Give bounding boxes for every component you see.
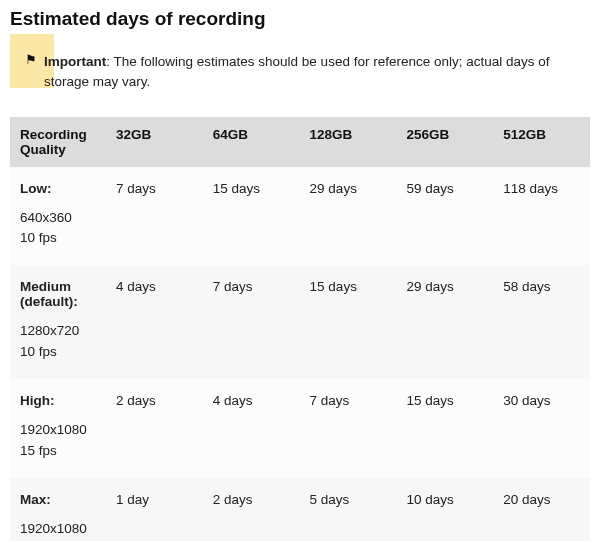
flag-icon: ⚑ — [25, 53, 37, 66]
cell-value: 7 days — [203, 265, 300, 379]
cell-value: 5 days — [300, 478, 397, 541]
quality-name: High: — [20, 393, 98, 408]
col-header-512gb: 512GB — [493, 117, 590, 167]
cell-value: 58 days — [493, 265, 590, 379]
cell-value: 2 days — [203, 478, 300, 541]
cell-value: 29 days — [300, 167, 397, 266]
quality-name: Low: — [20, 181, 98, 196]
col-header-64gb: 64GB — [203, 117, 300, 167]
cell-value: 15 days — [300, 265, 397, 379]
cell-value: 15 days — [203, 167, 300, 266]
cell-value: 118 days — [493, 167, 590, 266]
quality-res: 1920x1080 — [20, 420, 98, 441]
quality-name: Medium (default): — [20, 279, 98, 309]
col-header-32gb: 32GB — [106, 117, 203, 167]
col-header-quality: Recording Quality — [10, 117, 106, 167]
quality-fps: 10 fps — [20, 342, 98, 363]
cell-value: 30 days — [493, 379, 590, 478]
cell-value: 7 days — [300, 379, 397, 478]
table-header-row: Recording Quality 32GB 64GB 128GB 256GB … — [10, 117, 590, 167]
cell-value: 7 days — [106, 167, 203, 266]
callout-body: : The following estimates should be used… — [44, 54, 550, 89]
cell-value: 4 days — [203, 379, 300, 478]
cell-value: 10 days — [396, 478, 493, 541]
cell-value: 20 days — [493, 478, 590, 541]
cell-value: 1 day — [106, 478, 203, 541]
cell-value: 2 days — [106, 379, 203, 478]
quality-res: 1280x720 — [20, 321, 98, 342]
callout-label: Important — [44, 54, 106, 69]
recording-estimates-table: Recording Quality 32GB 64GB 128GB 256GB … — [10, 117, 590, 542]
table-body: Low: 640x360 10 fps 7 days 15 days 29 da… — [10, 167, 590, 542]
quality-fps: 15 fps — [20, 441, 98, 462]
table-row: Low: 640x360 10 fps 7 days 15 days 29 da… — [10, 167, 590, 266]
table-row: Max: 1920x1080 30 fps 1 day 2 days 5 day… — [10, 478, 590, 541]
important-callout: ⚑ Important: The following estimates sho… — [10, 44, 590, 103]
quality-fps: 10 fps — [20, 228, 98, 249]
cell-value: 59 days — [396, 167, 493, 266]
col-header-256gb: 256GB — [396, 117, 493, 167]
cell-value: 15 days — [396, 379, 493, 478]
col-header-128gb: 128GB — [300, 117, 397, 167]
table-row: High: 1920x1080 15 fps 2 days 4 days 7 d… — [10, 379, 590, 478]
quality-name: Max: — [20, 492, 98, 507]
page-title: Estimated days of recording — [10, 8, 590, 30]
cell-value: 4 days — [106, 265, 203, 379]
quality-res: 1920x1080 — [20, 519, 98, 540]
cell-value: 29 days — [396, 265, 493, 379]
table-row: Medium (default): 1280x720 10 fps 4 days… — [10, 265, 590, 379]
quality-res: 640x360 — [20, 208, 98, 229]
